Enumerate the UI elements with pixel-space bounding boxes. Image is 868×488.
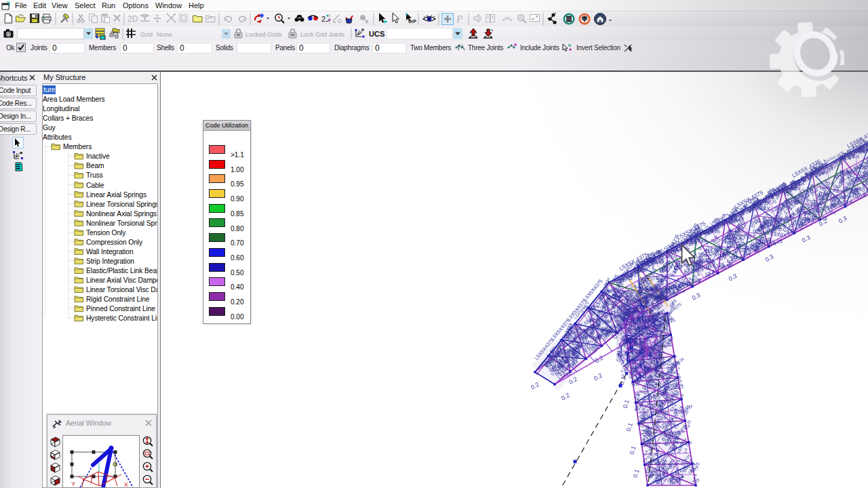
svg-text:0.1: 0.1: [622, 399, 631, 409]
svg-text:X4375: X4375: [675, 247, 690, 253]
svg-text:Locked Grids: Locked Grids: [245, 30, 282, 38]
svg-text:Beam: Beam: [86, 162, 104, 169]
svg-text:0.3: 0.3: [728, 272, 738, 283]
svg-text:Linear Torsional Springs: Linear Torsional Springs: [86, 201, 157, 208]
svg-text:5X.4: 5X.4: [797, 192, 810, 199]
svg-text:0.2: 0.2: [593, 372, 604, 382]
svg-text:Truss: Truss: [86, 171, 103, 179]
svg-text:Lock Grid Joints: Lock Grid Joints: [300, 30, 344, 38]
svg-text:Attributes: Attributes: [43, 134, 72, 141]
svg-text:P: P: [456, 14, 462, 24]
svg-text:0.3: 0.3: [642, 395, 647, 402]
svg-text:0.4: 0.4: [633, 392, 637, 399]
svg-text:0.3: 0.3: [764, 253, 775, 263]
svg-text:0.3: 0.3: [858, 146, 864, 150]
svg-text:0.4: 0.4: [790, 182, 798, 188]
svg-text:Grid: Grid: [140, 30, 153, 38]
svg-text:0.2: 0.2: [530, 381, 540, 391]
svg-text:Hysteretic Constraint Line: Hysteretic Constraint Line: [86, 314, 157, 322]
svg-text:2: 2: [321, 15, 326, 23]
svg-text:Inactive: Inactive: [86, 152, 110, 160]
svg-text:0.4: 0.4: [851, 178, 857, 182]
svg-text:0.3: 0.3: [837, 215, 848, 225]
svg-text:25: 25: [644, 410, 649, 415]
svg-text:0.1: 0.1: [631, 468, 640, 479]
svg-text:GrP: GrP: [408, 19, 417, 24]
svg-text:10.4: 10.4: [679, 470, 684, 479]
svg-text:Y: Y: [71, 481, 75, 487]
svg-text:2D: 2D: [127, 14, 138, 24]
svg-text:0.3: 0.3: [801, 234, 812, 244]
svg-text:0.1: 0.1: [625, 422, 633, 432]
svg-text:0.3: 0.3: [691, 291, 702, 302]
svg-text:5X.4: 5X.4: [634, 402, 638, 411]
svg-text:Linear Axial Visc Damper: Linear Axial Visc Damper: [86, 277, 157, 284]
svg-text:Elastic/Plastic Link Beam: Elastic/Plastic Link Beam: [86, 267, 157, 274]
svg-text:UCS: UCS: [369, 30, 384, 38]
svg-text:Tension Only: Tension Only: [86, 229, 126, 237]
svg-text:Linear Axial Springs: Linear Axial Springs: [86, 191, 146, 199]
svg-text:0.4: 0.4: [673, 390, 678, 396]
svg-text:Collars + Braces: Collars + Braces: [43, 115, 93, 122]
svg-text:ture: ture: [43, 86, 56, 94]
svg-text:Strip Integration: Strip Integration: [86, 258, 134, 265]
svg-text:Linear Torsional Visc Dam: Linear Torsional Visc Dam: [86, 286, 157, 293]
svg-text:0.2: 0.2: [560, 392, 571, 402]
svg-text:3X.25: 3X.25: [618, 276, 631, 281]
svg-text:10.4: 10.4: [766, 241, 777, 249]
svg-text:25: 25: [644, 299, 648, 304]
svg-text:Area Load Members: Area Load Members: [43, 96, 105, 103]
svg-text:0.2: 0.2: [594, 354, 605, 365]
svg-text:10.4: 10.4: [672, 408, 677, 417]
svg-text:0.1: 0.1: [628, 445, 637, 455]
svg-text:Cable: Cable: [86, 182, 104, 189]
svg-text:0.4: 0.4: [684, 448, 688, 453]
svg-text:Nonlinear Axial Springs: Nonlinear Axial Springs: [86, 210, 157, 218]
svg-text:Guy: Guy: [43, 124, 56, 131]
svg-text:0.3: 0.3: [693, 277, 701, 284]
svg-text:Wall Integration: Wall Integration: [86, 248, 134, 256]
svg-text:Rigid Constraint Line: Rigid Constraint Line: [86, 296, 150, 303]
svg-text:0.4: 0.4: [642, 434, 646, 440]
svg-text:Longitudinal: Longitudinal: [43, 105, 79, 113]
svg-text:Nonlinear Torsional Spring: Nonlinear Torsional Spring: [86, 220, 157, 227]
svg-text:X: X: [124, 481, 128, 487]
svg-text:None: None: [157, 30, 172, 38]
svg-text:0.9: 0.9: [667, 331, 672, 336]
svg-text:Pinned Constraint Line: Pinned Constraint Line: [86, 305, 155, 312]
svg-text:Compression Only: Compression Only: [86, 239, 143, 246]
svg-text:Members: Members: [63, 143, 92, 150]
svg-text:25: 25: [761, 245, 766, 250]
